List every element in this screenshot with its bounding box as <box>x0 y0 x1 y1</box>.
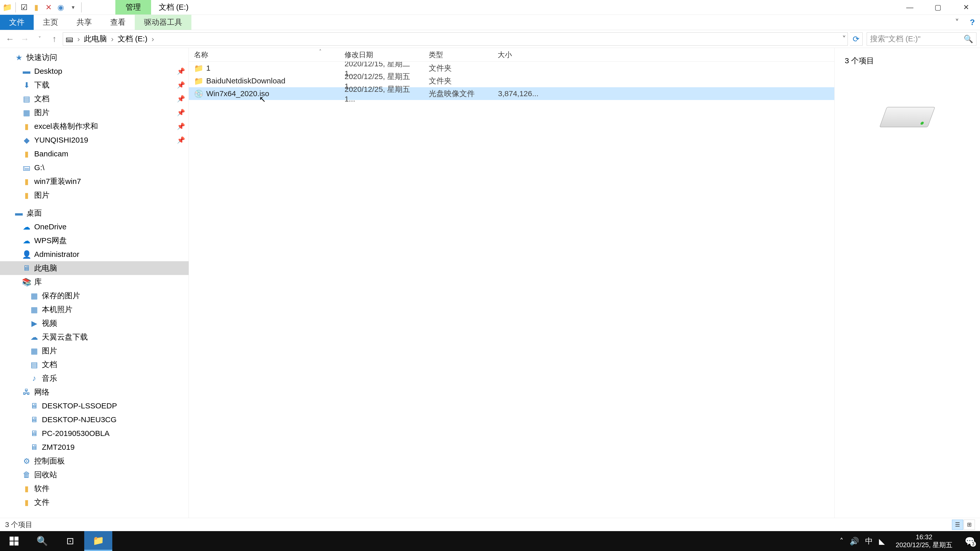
nav-control-panel[interactable]: ⚙控制面板 <box>0 454 189 468</box>
ribbon-tab-home[interactable]: 主页 <box>34 15 67 30</box>
nav-excel-folder[interactable]: ▮excel表格制作求和📌 <box>0 119 189 133</box>
ribbon-tab-share[interactable]: 共享 <box>67 15 101 30</box>
breadcrumb-this-pc[interactable]: 此电脑 <box>84 34 107 44</box>
col-name[interactable]: 名称 <box>189 48 339 62</box>
nav-tianyi[interactable]: ☁天翼云盘下载 <box>0 330 189 344</box>
nav-forward-button[interactable]: → <box>18 33 31 45</box>
nav-camera-roll[interactable]: ▦本机照片 <box>0 303 189 316</box>
nav-documents[interactable]: ▤文档📌 <box>0 92 189 106</box>
nav-yunqishi[interactable]: ◆YUNQISHI2019📌 <box>0 133 189 147</box>
nav-g-drive[interactable]: 🖴G:\ <box>0 161 189 175</box>
address-box[interactable]: 🖴 › 此电脑 › 文档 (E:) › ˅ <box>63 32 848 46</box>
nav-software[interactable]: ▮软件 <box>0 482 189 495</box>
col-date[interactable]: 修改日期 <box>339 48 424 62</box>
file-date: 2020/12/25, 星期五 1... <box>339 87 424 100</box>
nav-admin[interactable]: 👤Administrator <box>0 248 189 261</box>
qat-settings-icon[interactable]: ◉ <box>56 2 66 13</box>
search-button[interactable]: 🔍 <box>28 531 56 551</box>
file-size <box>493 62 544 75</box>
address-dropdown-icon[interactable]: ˅ <box>842 35 846 43</box>
ribbon-collapse-icon[interactable]: ˅ <box>950 15 965 30</box>
documents-icon: ▤ <box>22 94 31 103</box>
nav-net2[interactable]: 🖥DESKTOP-NJEU3CG <box>0 413 189 427</box>
folder-icon[interactable]: ▮ <box>31 2 41 13</box>
nav-bandicam[interactable]: ▮Bandicam <box>0 147 189 161</box>
tray-overflow-icon[interactable]: ˄ <box>840 537 843 546</box>
breadcrumb-current[interactable]: 文档 (E:) <box>118 34 148 44</box>
nav-files[interactable]: ▮文件 <box>0 495 189 509</box>
nav-up-button[interactable]: ↑ <box>48 33 61 45</box>
qat-checkbox-icon[interactable]: ☑ <box>19 2 29 13</box>
ribbon-tab-drive-tools[interactable]: 驱动器工具 <box>135 15 191 30</box>
nav-net4[interactable]: 🖥ZMT2019 <box>0 440 189 454</box>
nav-win7-folder[interactable]: ▮win7重装win7 <box>0 175 189 188</box>
nav-libraries[interactable]: 📚库 <box>0 275 189 289</box>
close-button[interactable]: ✕ <box>952 0 980 15</box>
drive-icon: 🖴 <box>22 163 31 172</box>
view-details-button[interactable]: ☰ <box>952 519 963 530</box>
view-large-button[interactable]: ⊞ <box>964 519 975 530</box>
nav-music-lib[interactable]: ♪音乐 <box>0 372 189 385</box>
start-button[interactable] <box>0 531 28 551</box>
column-headers: ˄ 名称 修改日期 类型 大小 <box>189 48 834 62</box>
clock-date: 2020/12/25, 星期五 <box>896 541 953 549</box>
nav-downloads[interactable]: ⬇下载📌 <box>0 78 189 92</box>
tray-app-icon[interactable]: ◣ <box>879 537 885 546</box>
system-tray: ˄ 🔊 中 ◣ 16:32 2020/12/25, 星期五 💬3 <box>840 531 980 551</box>
col-type[interactable]: 类型 <box>424 48 493 62</box>
file-list[interactable]: 📁1 2020/12/15, 星期二 1... 文件夹 📁BaiduNetdis… <box>189 62 834 518</box>
pictures-icon: ▦ <box>30 291 39 300</box>
nav-net3[interactable]: 🖥PC-20190530OBLA <box>0 427 189 440</box>
control-panel-icon: ⚙ <box>22 457 31 465</box>
app-icon[interactable]: 📁 <box>2 2 12 13</box>
nav-quick-access[interactable]: ★快速访问 <box>0 51 189 64</box>
chevron-right-icon[interactable]: › <box>76 35 81 43</box>
task-view-button[interactable]: ⊡ <box>56 531 84 551</box>
nav-recent-dropdown[interactable]: ˅ <box>33 33 46 45</box>
navigation-pane[interactable]: ★快速访问 ▬Desktop📌 ⬇下载📌 ▤文档📌 ▦图片📌 ▮excel表格制… <box>0 48 189 518</box>
volume-icon[interactable]: 🔊 <box>850 537 859 546</box>
nav-pics-lib[interactable]: ▦图片 <box>0 344 189 358</box>
ime-indicator[interactable]: 中 <box>865 536 873 546</box>
nav-this-pc[interactable]: 🖥此电脑 <box>0 261 189 275</box>
nav-net1[interactable]: 🖥DESKTOP-LSSOEDP <box>0 399 189 413</box>
pin-icon: 📌 <box>177 109 185 117</box>
search-icon[interactable]: 🔍 <box>964 35 973 43</box>
nav-recycle[interactable]: 🗑回收站 <box>0 468 189 482</box>
delete-x-icon[interactable]: ✕ <box>43 2 54 13</box>
nav-pictures2[interactable]: ▮图片 <box>0 188 189 202</box>
context-tab-manage[interactable]: 管理 <box>115 0 151 14</box>
video-icon: ▶ <box>30 319 39 328</box>
action-center-button[interactable]: 💬3 <box>963 534 977 548</box>
cloud-icon: ☁ <box>22 222 31 231</box>
file-row[interactable]: 💿Win7x64_2020.iso 2020/12/25, 星期五 1... 光… <box>189 87 834 100</box>
nav-saved-pics[interactable]: ▦保存的图片 <box>0 289 189 303</box>
ribbon-tab-file[interactable]: 文件 <box>0 15 34 30</box>
nav-docs-lib[interactable]: ▤文档 <box>0 358 189 372</box>
maximize-button[interactable]: ▢ <box>924 0 952 15</box>
ribbon-tab-view[interactable]: 查看 <box>101 15 135 30</box>
nav-desktop-root[interactable]: ▬桌面 <box>0 206 189 220</box>
col-size[interactable]: 大小 <box>493 48 544 62</box>
taskbar-clock[interactable]: 16:32 2020/12/25, 星期五 <box>891 533 957 549</box>
refresh-button[interactable]: ⟳ <box>850 32 862 46</box>
title-bar: 📁 ☑ ▮ ✕ ◉ ▾ 管理 文档 (E:) — ▢ ✕ <box>0 0 980 15</box>
file-row[interactable]: 📁1 2020/12/15, 星期二 1... 文件夹 <box>189 62 834 75</box>
nav-back-button[interactable]: ← <box>3 33 16 45</box>
nav-desktop[interactable]: ▬Desktop📌 <box>0 64 189 78</box>
qat-dropdown-icon[interactable]: ▾ <box>68 2 78 13</box>
nav-network[interactable]: 🖧网络 <box>0 385 189 399</box>
taskbar-explorer-button[interactable]: 📁 <box>84 531 112 551</box>
help-icon[interactable]: ? <box>965 15 980 30</box>
nav-onedrive[interactable]: ☁OneDrive <box>0 220 189 233</box>
nav-pictures[interactable]: ▦图片📌 <box>0 106 189 119</box>
file-type: 文件夹 <box>424 62 493 75</box>
chevron-right-icon[interactable]: › <box>110 35 115 43</box>
chevron-right-icon[interactable]: › <box>150 35 156 43</box>
folder-icon: ▮ <box>22 484 31 493</box>
file-row[interactable]: 📁BaiduNetdiskDownload 2020/12/25, 星期五 1.… <box>189 75 834 87</box>
nav-wps[interactable]: ☁WPS网盘 <box>0 233 189 248</box>
search-input[interactable]: 搜索"文档 (E:)" 🔍 <box>867 32 977 46</box>
minimize-button[interactable]: — <box>896 0 924 15</box>
nav-videos[interactable]: ▶视频 <box>0 316 189 330</box>
